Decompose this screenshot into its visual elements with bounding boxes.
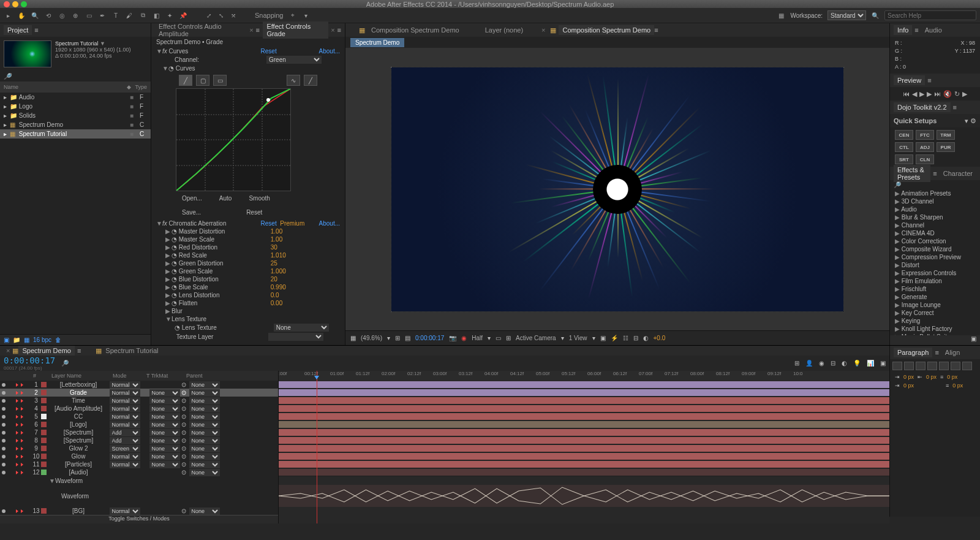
project-item[interactable]: ▸📁 Audio■F (0, 93, 151, 102)
project-search[interactable]: 🔎 (0, 71, 151, 82)
parent-select[interactable]: None (189, 508, 220, 515)
brainstorm-icon[interactable]: 💡 (853, 360, 861, 367)
transparency-icon[interactable]: ▤ (405, 335, 410, 341)
param-value[interactable]: 0.00 (271, 300, 282, 306)
character-tab[interactable]: Character (940, 169, 976, 178)
preset-category[interactable]: ▶ 3D Channel (890, 197, 980, 205)
param-value[interactable]: 30 (271, 244, 277, 251)
viewer-tab-2[interactable]: Layer (none) (481, 25, 527, 35)
draft3d-icon[interactable]: ◉ (819, 360, 824, 367)
quick-setup-cln[interactable]: CLN (916, 154, 934, 164)
new-comp-icon[interactable]: ▦ (24, 337, 29, 343)
info-tab[interactable]: Info (894, 25, 912, 35)
clone-tool-icon[interactable]: ⧉ (138, 11, 147, 20)
param-Blue Distortion[interactable]: Blue Distortion (179, 276, 271, 283)
timeline-layer[interactable]: 6[Logo]NormalNone⊙None (0, 420, 278, 428)
preset-category[interactable]: ▶ Key Correct (890, 309, 980, 317)
snap-icon[interactable]: ⌖ (288, 11, 297, 20)
blur-prop[interactable]: Blur (172, 308, 183, 314)
zoom-tool-icon[interactable]: 🔍 (31, 11, 39, 20)
panel-menu-icon[interactable]: ≡ (654, 26, 658, 34)
prev-frame-icon[interactable]: ◀ (912, 90, 917, 98)
param-Master Scale[interactable]: Master Scale (179, 236, 271, 243)
close-tab-icon[interactable]: × (539, 26, 548, 34)
pixel-aspect-icon[interactable]: ▣ (600, 335, 606, 341)
curves-auto[interactable]: Auto (213, 194, 238, 203)
bpc-icon[interactable]: ▣ (4, 337, 9, 343)
camera-tool-icon[interactable]: ◎ (58, 11, 66, 20)
new-folder-icon[interactable]: 📁 (13, 337, 20, 343)
viewer-time[interactable]: 0:00:00:17 (415, 335, 444, 341)
rotate-tool-icon[interactable]: ⟲ (44, 11, 53, 20)
tl-tab-tutorial[interactable]: Spectrum Tutorial (102, 346, 162, 356)
resolution-select[interactable]: Half (472, 335, 483, 341)
preset-category[interactable]: ▶ Composite Wizard (890, 245, 980, 253)
loop-icon[interactable]: ↻ (954, 90, 960, 98)
justify-center-icon[interactable] (939, 362, 949, 370)
param-value[interactable]: 0.990 (271, 284, 286, 291)
roto-tool-icon[interactable]: ✦ (165, 11, 174, 20)
curves-save[interactable]: Save... (176, 208, 207, 217)
pan-behind-tool-icon[interactable]: ⊕ (71, 11, 80, 20)
texture-layer-select[interactable] (268, 333, 323, 341)
col-mode[interactable]: Mode (113, 373, 146, 379)
curve-line-icon[interactable]: ╱ (304, 75, 317, 86)
preview-tab[interactable]: Preview (894, 75, 925, 85)
channels-icon[interactable]: ◉ (461, 335, 467, 341)
lens-texture[interactable]: Lens Texture (182, 324, 274, 331)
param-Flatten[interactable]: Flatten (179, 300, 271, 306)
close-tab-icon[interactable]: × (4, 347, 12, 354)
curves-effect[interactable]: Curves (169, 48, 261, 55)
exposure[interactable]: +0.0 (654, 335, 666, 341)
lens-texture-select[interactable]: None (274, 324, 329, 332)
preset-category[interactable]: ▶ Animation Presets (890, 189, 980, 197)
param-value[interactable]: 20 (271, 276, 277, 283)
panel-menu-icon[interactable]: ≡ (337, 26, 341, 34)
indent-first[interactable]: 0 px (903, 382, 914, 389)
layer-bg[interactable]: [BG] (47, 508, 108, 514)
snap-opts-icon[interactable]: ▾ (302, 11, 311, 20)
last-frame-icon[interactable]: ⏭ (934, 90, 941, 97)
mute-icon[interactable]: 🔇 (943, 90, 952, 98)
quick-setup-ctl[interactable]: CTL (895, 142, 913, 152)
chromatic-effect[interactable]: Chromatic Aberration (169, 220, 261, 227)
timeline-layer[interactable]: 8[Spectrum]AddNone⊙None (0, 436, 278, 444)
next-frame-icon[interactable]: ▶ (927, 90, 932, 98)
timeline-layer[interactable]: 2GradeNormalNone⊙None (0, 389, 278, 397)
preset-category[interactable]: ▶ Image Lounge (890, 301, 980, 309)
close-tab-icon[interactable]: × (247, 26, 255, 34)
preset-category[interactable]: ▶ Film Emulation (890, 277, 980, 285)
curves-about[interactable]: About... (319, 48, 340, 55)
param-Red Distortion[interactable]: Red Distortion (179, 244, 271, 251)
eraser-tool-icon[interactable]: ◧ (152, 11, 160, 20)
view-count[interactable]: 1 View (569, 335, 587, 341)
shy-icon[interactable]: 👤 (805, 360, 813, 367)
curve-rect-icon[interactable]: ▭ (213, 75, 227, 86)
timeline-layer[interactable]: 1[Letterboxing]Normal⊙None (0, 381, 278, 389)
quick-setup-srt[interactable]: SRT (895, 154, 913, 164)
curves-reset-btn[interactable]: Reset (240, 208, 268, 217)
param-Red Scale[interactable]: Red Scale (179, 252, 271, 259)
snapping-label[interactable]: Snapping (255, 12, 284, 19)
gear-icon[interactable]: ⚙ (970, 117, 976, 124)
space-before[interactable]: 0 px (947, 374, 957, 380)
chrom-reset[interactable]: Reset (261, 220, 277, 227)
justify-all-icon[interactable] (962, 362, 972, 370)
col-layer-name[interactable]: Layer Name (51, 373, 113, 379)
ec-tab-amplitude[interactable]: Effect Controls Audio Amplitude (155, 21, 247, 39)
param-value[interactable]: 25 (271, 260, 277, 267)
curves-prop[interactable]: Curves (176, 65, 195, 72)
search-input[interactable] (884, 10, 976, 20)
puppet-tool-icon[interactable]: 📌 (179, 11, 187, 20)
chrom-about[interactable]: About... (319, 220, 340, 227)
align-right-icon[interactable] (916, 362, 925, 370)
preset-category[interactable]: ▶ Channel (890, 221, 980, 229)
frame-blend-icon[interactable]: ⊟ (831, 360, 835, 367)
curves-smooth[interactable]: Smooth (243, 194, 276, 203)
hand-tool-icon[interactable]: ✋ (17, 11, 26, 20)
toggle-switches[interactable]: Toggle Switches / Modes (108, 515, 170, 523)
audio-tab[interactable]: Audio (921, 25, 946, 35)
ec-tab-grade[interactable]: Effect Controls Grade (263, 21, 328, 39)
col-parent[interactable]: Parent (186, 373, 203, 379)
preset-category[interactable]: ▶ Knoll Light Factory (890, 325, 980, 333)
